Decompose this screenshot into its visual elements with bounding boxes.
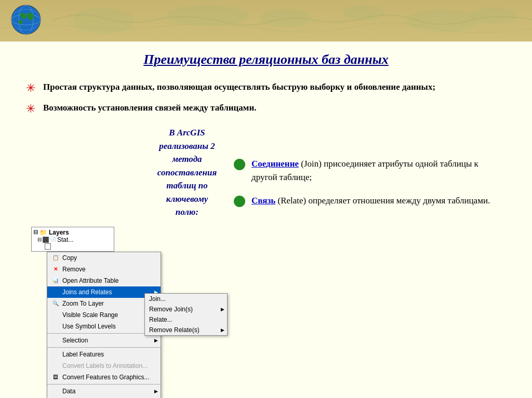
world-map-bg (0, 0, 532, 42)
arcgis-title: В ArcGIS реализованы 2 метода сопоставле… (156, 126, 218, 219)
menu-item-label-features[interactable]: Label Features (47, 349, 161, 360)
tree-row-stat: ⊟ 📄 Stat... (33, 236, 112, 243)
menu-item-remove[interactable]: ✕ Remove (47, 264, 161, 275)
layer-panel-title: ⊟ 📁 Layers (33, 229, 112, 236)
page-title: Преимущества реляционных баз данных (26, 52, 506, 67)
label-icon (51, 350, 60, 359)
menu-item-data[interactable]: Data (47, 386, 161, 397)
submenu-joins: Join... Remove Join(s) Relate... Remove … (144, 293, 228, 336)
data-icon (51, 387, 60, 395)
top-banner (0, 0, 532, 42)
menu-separator-3 (47, 384, 161, 385)
menu-item-convert-features[interactable]: 🖼 Convert Features to Graphics... (47, 372, 161, 383)
globe-icon (10, 4, 42, 35)
submenu-item-join[interactable]: Join... (145, 294, 227, 304)
submenu-item-relate[interactable]: Relate... (145, 314, 227, 325)
join-description: Соединение (Join) присоединяет атрибуты … (251, 157, 506, 184)
copy-icon: 📋 (51, 254, 60, 262)
menu-item-selection[interactable]: Selection (47, 335, 161, 346)
svg-point-6 (470, 7, 517, 24)
bullet-text-2: Возможность установления связей между та… (43, 101, 256, 115)
join-link[interactable]: Соединение (251, 159, 299, 169)
right-bullet-relate: Связь (Relate) определяет отношения межд… (234, 194, 506, 208)
remove-icon: ✕ (51, 265, 60, 273)
svg-point-7 (11, 5, 41, 34)
bullet-text-1: Простая структура данных, позволяющая ос… (43, 80, 435, 94)
relate-description: Связь (Relate) определяет отношения межд… (251, 194, 490, 208)
menu-separator-1 (47, 333, 161, 334)
menu-item-convert-labels: Convert Labels to Annotation... (47, 360, 161, 372)
menu-item-copy[interactable]: 📋 Copy (47, 252, 161, 264)
context-menu: 📋 Copy ✕ Remove 📊 Open Attribute Table J… (47, 252, 161, 399)
relate-rest-text: (Relate) определяет отношения между двум… (275, 196, 490, 205)
bullet-item-2: ✳ Возможность установления связей между … (26, 101, 506, 116)
menu-item-zoom[interactable]: 🔍 Zoom To Layer (47, 298, 161, 309)
graphics-icon: 🖼 (51, 373, 60, 381)
selection-icon (51, 336, 60, 345)
menu-item-joins[interactable]: Joins and Relates (47, 286, 161, 298)
green-bullet-2 (234, 196, 245, 207)
right-text-section: Соединение (Join) присоединяет атрибуты … (234, 157, 506, 398)
svg-point-2 (166, 5, 249, 26)
submenu-item-remove-relates[interactable]: Remove Relate(s) (145, 325, 227, 335)
table-icon: 📊 (51, 277, 60, 285)
svg-point-1 (73, 8, 135, 34)
bullet-star-1: ✳ (26, 81, 35, 95)
right-bullet-join: Соединение (Join) присоединяет атрибуты … (234, 157, 506, 184)
scale-icon (51, 311, 60, 319)
menu-item-use-symbol[interactable]: Use Symbol Levels (47, 321, 161, 332)
joins-icon (51, 288, 60, 296)
symbol-icon (51, 322, 60, 331)
menu-item-open-attribute[interactable]: 📊 Open Attribute Table (47, 275, 161, 286)
context-menu-area: В ArcGIS реализованы 2 метода сопоставле… (26, 126, 218, 398)
zoom-icon: 🔍 (51, 299, 60, 308)
main-content: Преимущества реляционных баз данных ✳ Пр… (0, 42, 532, 398)
submenu-item-remove-joins[interactable]: Remove Join(s) (145, 304, 227, 314)
lower-section: В ArcGIS реализованы 2 метода сопоставле… (26, 126, 506, 398)
bullet-section: ✳ Простая структура данных, позволяющая … (26, 80, 506, 116)
bullet-item-1: ✳ Простая структура данных, позволяющая … (26, 80, 506, 95)
layer-checkbox-2[interactable] (45, 243, 51, 250)
bullet-star-2: ✳ (26, 102, 35, 116)
menu-separator-2 (47, 347, 161, 348)
annotation-icon (51, 362, 60, 370)
layer-panel: ⊟ 📁 Layers ⊟ 📄 Stat... (31, 227, 114, 252)
relate-link[interactable]: Связь (251, 196, 275, 205)
menu-item-visible-scale[interactable]: Visible Scale Range (47, 309, 161, 321)
green-bullet-1 (234, 159, 245, 170)
tree-row-empty (33, 243, 112, 250)
layer-checkbox[interactable] (43, 237, 49, 243)
